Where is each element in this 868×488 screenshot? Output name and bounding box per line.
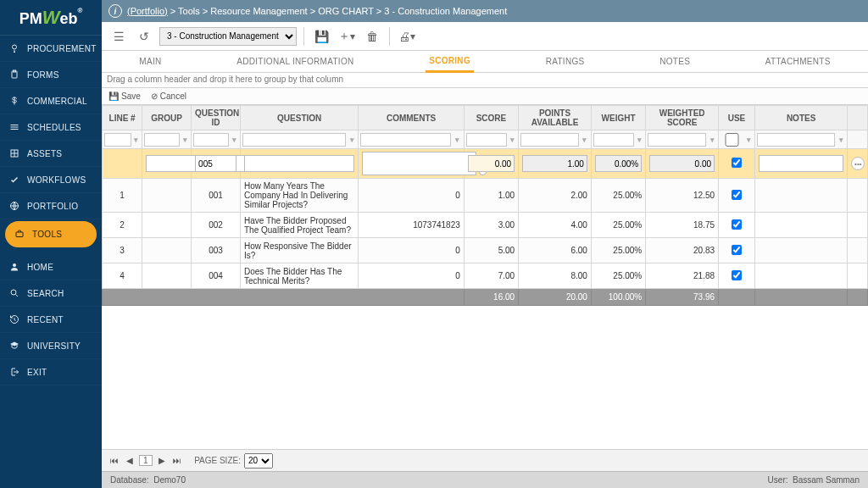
sidebar-item-assets[interactable]: ASSETS [0,141,102,167]
col-header[interactable]: USE [719,106,755,130]
filter-icon[interactable]: ▾ [745,135,753,145]
table-row[interactable]: 2002Have The Bidder Proposed The Qualifi… [103,213,868,238]
save-button[interactable]: 💾 Save [108,92,141,101]
question-input[interactable] [244,155,354,172]
table-row[interactable]: 1001How Many Years The Company Had In De… [103,179,868,213]
grid: LINE #GROUPQUESTION IDQUESTIONCOMMENTSSC… [102,105,868,449]
filter-icon[interactable]: ▾ [133,135,141,145]
add-icon[interactable]: ＋▾ [337,26,357,47]
filter-input[interactable] [104,133,131,147]
col-header[interactable]: NOTES [754,106,847,130]
cancel-button[interactable]: ⊘ Cancel [151,92,186,101]
filter-icon[interactable]: ▾ [581,135,589,145]
filter-icon[interactable]: ▾ [348,135,357,145]
logo: PMWeb® [0,0,102,36]
filter-icon[interactable]: ▾ [231,135,238,145]
tab-scoring[interactable]: SCORING [426,51,474,73]
notes-input[interactable] [759,155,843,172]
sidebar-item-label: WORKFLOWS [27,175,86,185]
tab-notes[interactable]: NOTES [656,52,693,71]
filter-icon[interactable]: ▾ [837,135,845,145]
sidebar-item-workflows[interactable]: WORKFLOWS [0,167,102,193]
filter-input[interactable] [520,133,579,147]
table-row[interactable]: 4004Does The Bidder Has The Technical Me… [103,263,868,289]
save-icon[interactable]: 💾 [311,26,331,47]
col-header[interactable]: WEIGHTED SCORE [646,106,719,130]
pager-prev-icon[interactable]: ◀ [124,455,136,467]
col-header[interactable]: POINTS AVAILABLE [519,106,592,130]
page-size-select[interactable]: 20 [244,453,273,469]
use-checkbox[interactable] [732,154,742,171]
points-input[interactable] [522,155,587,172]
score-input[interactable] [468,155,515,172]
use-checkbox[interactable] [732,219,742,230]
comments-input[interactable] [362,152,476,175]
col-header[interactable]: WEIGHT [591,106,645,130]
tab-main[interactable]: MAIN [136,52,164,71]
delete-icon[interactable]: 🗑 [362,26,382,47]
record-select[interactable]: 3 - Construction Management [159,27,297,46]
pager-last-icon[interactable]: ⏭ [171,455,183,467]
sidebar-item-exit[interactable]: EXIT [0,359,102,385]
weight-input[interactable] [595,155,642,172]
filter-use-checkbox[interactable] [721,133,743,147]
sidebar-item-tools[interactable]: TOOLS [5,221,97,247]
filter-input[interactable] [648,133,706,147]
filter-input[interactable] [466,133,507,147]
print-icon[interactable]: 🖨▾ [397,26,417,47]
tab-additional-information[interactable]: ADDITIONAL INFORMATION [233,52,357,71]
filter-input[interactable] [757,133,835,147]
row-more-icon[interactable]: ••• [851,157,865,170]
filter-input[interactable] [360,133,451,147]
history-icon [8,313,20,325]
sidebar-item-portfolio[interactable]: PORTFOLIO [0,193,102,219]
sidebar-item-home[interactable]: HOME [0,254,102,280]
breadcrumb-segment: Tools [178,6,200,16]
use-checkbox[interactable] [732,245,742,255]
wscore-input[interactable] [649,155,715,172]
col-header[interactable]: QUESTION [241,106,359,130]
filter-input[interactable] [593,133,634,147]
pager-first-icon[interactable]: ⏮ [108,455,120,467]
filter-icon[interactable]: ▾ [509,135,516,145]
sidebar-item-forms[interactable]: FORMS [0,62,102,88]
svg-rect-4 [11,127,19,128]
pager-next-icon[interactable]: ▶ [156,455,168,467]
status-bar: Database: Demo70 User: Bassam Samman [102,471,868,488]
dollar-icon [8,95,20,107]
list-icon[interactable]: ☰ [108,26,129,47]
table-row[interactable]: 3003How Responsive The Bidder Is?05.006.… [103,238,868,263]
qid-input[interactable] [195,155,236,172]
sidebar-item-procurement[interactable]: PROCUREMENT [0,36,102,62]
col-header[interactable]: SCORE [464,106,518,130]
col-header[interactable]: QUESTION ID [192,106,241,130]
sidebar-item-university[interactable]: UNIVERSITY [0,333,102,359]
filter-icon[interactable]: ▾ [708,135,716,145]
tab-ratings[interactable]: RATINGS [542,52,588,71]
history-icon[interactable]: ↺ [134,26,154,47]
col-header[interactable]: GROUP [142,106,192,130]
use-checkbox[interactable] [732,270,742,280]
filter-icon[interactable]: ▾ [453,135,462,145]
col-header[interactable]: COMMENTS [359,106,464,130]
sidebar-item-label: EXIT [27,368,47,377]
sidebar-item-schedules[interactable]: SCHEDULES [0,114,102,141]
tab-attachments[interactable]: ATTACHMENTS [762,52,834,71]
filter-input[interactable] [144,133,180,147]
group-by-bar[interactable]: Drag a column header and drop it here to… [102,73,868,88]
breadcrumb-segment: ORG CHART [318,6,374,16]
sidebar-item-label: TOOLS [32,230,62,239]
info-icon[interactable]: i [108,4,122,18]
sidebar-item-label: PROCUREMENT [27,44,97,53]
filter-icon[interactable]: ▾ [181,135,189,145]
col-header[interactable]: LINE # [103,106,142,130]
breadcrumb-segment: Resource Management [210,6,307,16]
filter-input[interactable] [242,133,346,147]
use-checkbox[interactable] [732,190,742,200]
filter-icon[interactable]: ▾ [636,135,643,145]
sidebar-item-commercial[interactable]: COMMERCIAL [0,88,102,114]
filter-input[interactable] [193,133,229,147]
sidebar-item-recent[interactable]: RECENT [0,307,102,333]
sidebar-item-search[interactable]: SEARCH [0,280,102,307]
breadcrumb-segment[interactable]: (Portfolio) [127,6,168,16]
